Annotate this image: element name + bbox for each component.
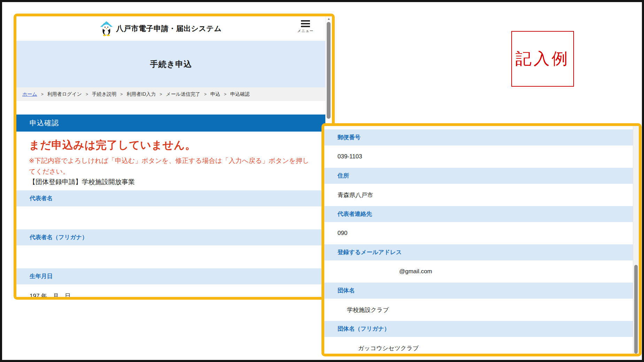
field-value-contact-phone: 090 — [324, 222, 633, 244]
penguin-mascot-icon — [100, 21, 114, 36]
breadcrumb-item: 利用者ログイン — [47, 91, 82, 97]
breadcrumb-separator: > — [160, 92, 162, 97]
field-value-organization-kana: ガッコウシセツクラブ — [324, 337, 633, 356]
scrollbar-up-arrow-icon[interactable]: ▲ — [326, 17, 332, 21]
review-fields-right: 郵便番号 039-1103 住所 青森県八戸市 代表者連絡先 090 — [324, 126, 633, 356]
field-label-text: 代表者連絡先 — [337, 210, 372, 218]
field-value-text: 090 — [337, 230, 347, 237]
field-value-postal-code: 039-1103 — [324, 145, 633, 168]
field-label-text: 団体名 — [337, 287, 355, 294]
scrollbar-thumb[interactable] — [634, 265, 638, 354]
field-label-text: 代表者名（フリガナ） — [30, 234, 88, 241]
page-title-banner: 手続き申込 — [16, 41, 326, 87]
menu-button-label: メニュー — [296, 29, 315, 33]
warning-note: ※下記内容でよろしければ「申込む」ボタンを、修正する場合は「入力へ戻る」ボタンを… — [29, 155, 313, 177]
breadcrumb-item: 手続き説明 — [92, 91, 116, 97]
field-value-email: @gmail.com — [324, 260, 633, 283]
page-title: 手続き申込 — [150, 59, 192, 70]
section-title: 申込確認 — [30, 118, 59, 128]
warning-heading: まだ申込みは完了していません。 — [29, 138, 313, 152]
site-brand[interactable]: 八戸市電子申請・届出システム — [100, 21, 222, 36]
breadcrumb: ホーム > 利用者ログイン > 手続き説明 > 利用者ID入力 > メール送信完… — [16, 87, 326, 101]
right-panel-content: 郵便番号 039-1103 住所 青森県八戸市 代表者連絡先 090 — [324, 126, 639, 354]
scrollbar-thumb[interactable] — [327, 22, 331, 119]
breadcrumb-separator: > — [204, 92, 207, 97]
field-value-organization-name: 学校施設クラブ — [324, 299, 633, 321]
field-label-organization-name: 団体名 — [324, 283, 633, 299]
breadcrumb-item: 利用者ID入力 — [126, 91, 156, 97]
field-label-representative-name: 代表者名 — [16, 190, 326, 206]
example-entry-stamp-text: 記入例 — [515, 48, 570, 70]
menu-button[interactable]: メニュー — [296, 20, 315, 33]
section-title-bar: 申込確認 — [16, 115, 326, 132]
field-label-text: 住所 — [337, 172, 349, 180]
breadcrumb-item: 申込 — [210, 91, 220, 97]
field-label-text: 団体名（フリガナ） — [337, 325, 390, 333]
left-panel-content: 八戸市電子申請・届出システム メニュー 手続き申込 ホーム > 利用者ログイン … — [16, 16, 332, 297]
field-value-representative-kana — [16, 245, 326, 268]
field-label-representative-kana: 代表者名（フリガナ） — [16, 229, 326, 245]
field-label-organization-kana: 団体名（フリガナ） — [324, 321, 633, 337]
spacer — [16, 101, 326, 115]
screenshot-canvas: 八戸市電子申請・届出システム メニュー 手続き申込 ホーム > 利用者ログイン … — [0, 0, 644, 362]
field-value-representative-name — [16, 206, 326, 229]
field-label-email: 登録するメールアドレス — [324, 244, 633, 260]
field-value-text: 青森県八戸市 — [337, 191, 373, 199]
field-value-text: 039-1103 — [337, 153, 362, 160]
field-label-birthdate: 生年月日 — [16, 268, 326, 284]
site-title: 八戸市電子申請・届出システム — [116, 24, 222, 33]
hamburger-menu-icon — [296, 20, 315, 27]
field-value-address: 青森県八戸市 — [324, 184, 633, 206]
breadcrumb-item: メール送信完了 — [166, 91, 200, 97]
breadcrumb-separator: > — [41, 92, 44, 97]
example-entry-stamp: 記入例 — [511, 31, 574, 87]
right-panel-scrollbar[interactable] — [633, 126, 639, 354]
breadcrumb-separator: > — [224, 92, 226, 97]
site-header: 八戸市電子申請・届出システム メニュー — [16, 16, 326, 41]
field-label-address: 住所 — [324, 168, 633, 184]
field-label-contact-phone: 代表者連絡先 — [324, 206, 633, 222]
breadcrumb-home-link[interactable]: ホーム — [22, 91, 37, 97]
field-value-text: 197 年 月 日 — [30, 292, 71, 300]
breadcrumb-separator: > — [120, 92, 123, 97]
field-value-text: 学校施設クラブ — [347, 306, 389, 314]
warning-block: まだ申込みは完了していません。 ※下記内容でよろしければ「申込む」ボタンを、修正… — [16, 132, 326, 186]
field-label-text: 登録するメールアドレス — [337, 249, 402, 256]
field-label-postal-code: 郵便番号 — [324, 129, 633, 145]
field-value-text: @gmail.com — [399, 268, 432, 275]
review-fields-left: 代表者名 代表者名（フリガナ） 生年月日 197 年 月 日 — [16, 190, 326, 300]
field-value-birthdate: 197 年 月 日 — [16, 284, 326, 300]
application-window-detail: 郵便番号 039-1103 住所 青森県八戸市 代表者連絡先 090 — [321, 123, 642, 356]
procedure-name: 【団体登録申請】学校施設開放事業 — [29, 178, 313, 187]
breadcrumb-separator: > — [86, 92, 88, 97]
field-label-text: 郵便番号 — [337, 134, 360, 141]
field-value-text: ガッコウシセツクラブ — [358, 344, 419, 352]
field-label-text: 代表者名 — [30, 195, 53, 202]
breadcrumb-item-current: 申込確認 — [230, 91, 250, 97]
field-label-text: 生年月日 — [30, 273, 53, 280]
application-window-main: 八戸市電子申請・届出システム メニュー 手続き申込 ホーム > 利用者ログイン … — [14, 14, 335, 300]
